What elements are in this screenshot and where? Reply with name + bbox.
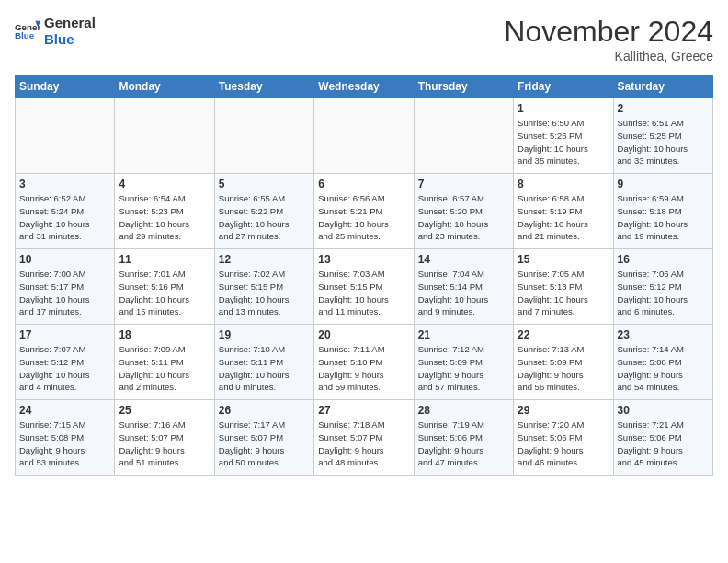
day-number: 21 — [418, 328, 509, 341]
day-number: 19 — [219, 328, 310, 341]
weekday-header: Monday — [115, 75, 214, 98]
calendar-cell: 21Sunrise: 7:12 AM Sunset: 5:09 PM Dayli… — [414, 325, 513, 400]
day-info: Sunrise: 7:06 AM Sunset: 5:12 PM Dayligh… — [618, 268, 709, 318]
day-number: 28 — [418, 404, 509, 417]
calendar-cell: 3Sunrise: 6:52 AM Sunset: 5:24 PM Daylig… — [16, 174, 115, 249]
calendar-cell: 13Sunrise: 7:03 AM Sunset: 5:15 PM Dayli… — [314, 249, 414, 325]
calendar-week-row: 17Sunrise: 7:07 AM Sunset: 5:12 PM Dayli… — [16, 325, 713, 400]
day-info: Sunrise: 7:13 AM Sunset: 5:09 PM Dayligh… — [518, 343, 609, 394]
day-info: Sunrise: 7:21 AM Sunset: 5:06 PM Dayligh… — [618, 419, 709, 469]
calendar-cell: 20Sunrise: 7:11 AM Sunset: 5:10 PM Dayli… — [314, 325, 414, 400]
day-number: 17 — [19, 328, 110, 341]
calendar-cell — [314, 98, 414, 174]
calendar-cell: 30Sunrise: 7:21 AM Sunset: 5:06 PM Dayli… — [613, 400, 712, 476]
calendar-cell: 29Sunrise: 7:20 AM Sunset: 5:06 PM Dayli… — [514, 400, 613, 476]
weekday-header: Tuesday — [214, 75, 313, 98]
day-number: 26 — [219, 404, 310, 417]
calendar-week-row: 10Sunrise: 7:00 AM Sunset: 5:17 PM Dayli… — [16, 249, 713, 325]
calendar-cell: 6Sunrise: 6:56 AM Sunset: 5:21 PM Daylig… — [314, 174, 414, 249]
day-info: Sunrise: 6:50 AM Sunset: 5:26 PM Dayligh… — [518, 117, 609, 167]
day-info: Sunrise: 6:52 AM Sunset: 5:24 PM Dayligh… — [19, 192, 110, 243]
day-info: Sunrise: 7:11 AM Sunset: 5:10 PM Dayligh… — [318, 343, 409, 394]
day-number: 15 — [518, 253, 609, 266]
calendar-cell — [115, 98, 214, 174]
day-number: 13 — [318, 253, 409, 266]
calendar-cell: 24Sunrise: 7:15 AM Sunset: 5:08 PM Dayli… — [16, 400, 115, 476]
calendar-cell: 17Sunrise: 7:07 AM Sunset: 5:12 PM Dayli… — [16, 325, 115, 400]
day-number: 7 — [418, 178, 509, 190]
day-number: 11 — [119, 253, 210, 266]
calendar-cell: 2Sunrise: 6:51 AM Sunset: 5:25 PM Daylig… — [613, 98, 712, 174]
logo-general: General — [44, 15, 96, 31]
weekday-header: Saturday — [613, 75, 712, 98]
weekday-header: Sunday — [16, 75, 115, 98]
calendar-cell: 16Sunrise: 7:06 AM Sunset: 5:12 PM Dayli… — [613, 249, 712, 325]
day-info: Sunrise: 6:57 AM Sunset: 5:20 PM Dayligh… — [418, 192, 509, 243]
calendar-cell — [16, 98, 115, 174]
day-info: Sunrise: 6:55 AM Sunset: 5:22 PM Dayligh… — [219, 192, 310, 243]
title-block: November 2024 Kallithea, Greece — [504, 15, 713, 63]
day-number: 16 — [618, 253, 709, 266]
calendar-week-row: 1Sunrise: 6:50 AM Sunset: 5:26 PM Daylig… — [16, 98, 713, 174]
weekday-header: Friday — [514, 75, 613, 98]
calendar-cell: 5Sunrise: 6:55 AM Sunset: 5:22 PM Daylig… — [214, 174, 313, 249]
day-info: Sunrise: 7:01 AM Sunset: 5:16 PM Dayligh… — [119, 268, 210, 318]
day-info: Sunrise: 7:19 AM Sunset: 5:06 PM Dayligh… — [418, 419, 509, 469]
calendar-cell — [414, 98, 513, 174]
calendar-cell: 11Sunrise: 7:01 AM Sunset: 5:16 PM Dayli… — [115, 249, 214, 325]
calendar-cell: 23Sunrise: 7:14 AM Sunset: 5:08 PM Dayli… — [613, 325, 712, 400]
svg-text:Blue: Blue — [15, 30, 35, 40]
day-number: 23 — [618, 328, 709, 341]
day-info: Sunrise: 7:12 AM Sunset: 5:09 PM Dayligh… — [418, 343, 509, 394]
calendar-cell: 10Sunrise: 7:00 AM Sunset: 5:17 PM Dayli… — [16, 249, 115, 325]
day-info: Sunrise: 7:14 AM Sunset: 5:08 PM Dayligh… — [618, 343, 709, 394]
day-info: Sunrise: 6:54 AM Sunset: 5:23 PM Dayligh… — [119, 192, 210, 243]
day-info: Sunrise: 7:09 AM Sunset: 5:11 PM Dayligh… — [119, 343, 210, 394]
day-number: 9 — [618, 178, 709, 190]
calendar-table: SundayMondayTuesdayWednesdayThursdayFrid… — [15, 75, 713, 476]
logo-blue: Blue — [44, 31, 96, 48]
day-info: Sunrise: 6:56 AM Sunset: 5:21 PM Dayligh… — [318, 192, 409, 243]
calendar-week-row: 3Sunrise: 6:52 AM Sunset: 5:24 PM Daylig… — [16, 174, 713, 249]
location: Kallithea, Greece — [504, 49, 713, 63]
day-number: 30 — [618, 404, 709, 417]
day-number: 8 — [518, 178, 609, 190]
day-number: 6 — [318, 178, 409, 190]
day-info: Sunrise: 7:00 AM Sunset: 5:17 PM Dayligh… — [19, 268, 110, 318]
calendar-cell: 1Sunrise: 6:50 AM Sunset: 5:26 PM Daylig… — [514, 98, 613, 174]
calendar-header-row: SundayMondayTuesdayWednesdayThursdayFrid… — [16, 75, 713, 98]
month-title: November 2024 — [504, 15, 713, 49]
weekday-header: Wednesday — [314, 75, 414, 98]
calendar-body: 1Sunrise: 6:50 AM Sunset: 5:26 PM Daylig… — [16, 98, 713, 476]
day-number: 25 — [119, 404, 210, 417]
calendar-cell: 15Sunrise: 7:05 AM Sunset: 5:13 PM Dayli… — [514, 249, 613, 325]
weekday-header: Thursday — [414, 75, 513, 98]
calendar-cell: 27Sunrise: 7:18 AM Sunset: 5:07 PM Dayli… — [314, 400, 414, 476]
day-number: 22 — [518, 328, 609, 341]
day-number: 14 — [418, 253, 509, 266]
day-number: 24 — [19, 404, 110, 417]
calendar-cell: 18Sunrise: 7:09 AM Sunset: 5:11 PM Dayli… — [115, 325, 214, 400]
day-info: Sunrise: 6:59 AM Sunset: 5:18 PM Dayligh… — [618, 192, 709, 243]
day-info: Sunrise: 6:51 AM Sunset: 5:25 PM Dayligh… — [618, 117, 709, 167]
calendar-cell: 9Sunrise: 6:59 AM Sunset: 5:18 PM Daylig… — [613, 174, 712, 249]
day-number: 12 — [219, 253, 310, 266]
day-number: 1 — [518, 102, 609, 115]
logo-icon: General Blue — [15, 18, 40, 44]
day-info: Sunrise: 7:10 AM Sunset: 5:11 PM Dayligh… — [219, 343, 310, 394]
day-number: 18 — [119, 328, 210, 341]
day-info: Sunrise: 7:15 AM Sunset: 5:08 PM Dayligh… — [19, 419, 110, 469]
calendar-cell: 8Sunrise: 6:58 AM Sunset: 5:19 PM Daylig… — [514, 174, 613, 249]
day-info: Sunrise: 7:20 AM Sunset: 5:06 PM Dayligh… — [518, 419, 609, 469]
calendar-cell: 26Sunrise: 7:17 AM Sunset: 5:07 PM Dayli… — [214, 400, 313, 476]
day-info: Sunrise: 7:17 AM Sunset: 5:07 PM Dayligh… — [219, 419, 310, 469]
day-number: 2 — [618, 102, 709, 115]
calendar-cell: 28Sunrise: 7:19 AM Sunset: 5:06 PM Dayli… — [414, 400, 513, 476]
day-info: Sunrise: 7:02 AM Sunset: 5:15 PM Dayligh… — [219, 268, 310, 318]
calendar-cell: 7Sunrise: 6:57 AM Sunset: 5:20 PM Daylig… — [414, 174, 513, 249]
day-info: Sunrise: 7:04 AM Sunset: 5:14 PM Dayligh… — [418, 268, 509, 318]
page-header: General Blue General Blue November 2024 … — [15, 15, 713, 63]
day-number: 4 — [119, 178, 210, 190]
calendar-week-row: 24Sunrise: 7:15 AM Sunset: 5:08 PM Dayli… — [16, 400, 713, 476]
day-info: Sunrise: 7:18 AM Sunset: 5:07 PM Dayligh… — [318, 419, 409, 469]
